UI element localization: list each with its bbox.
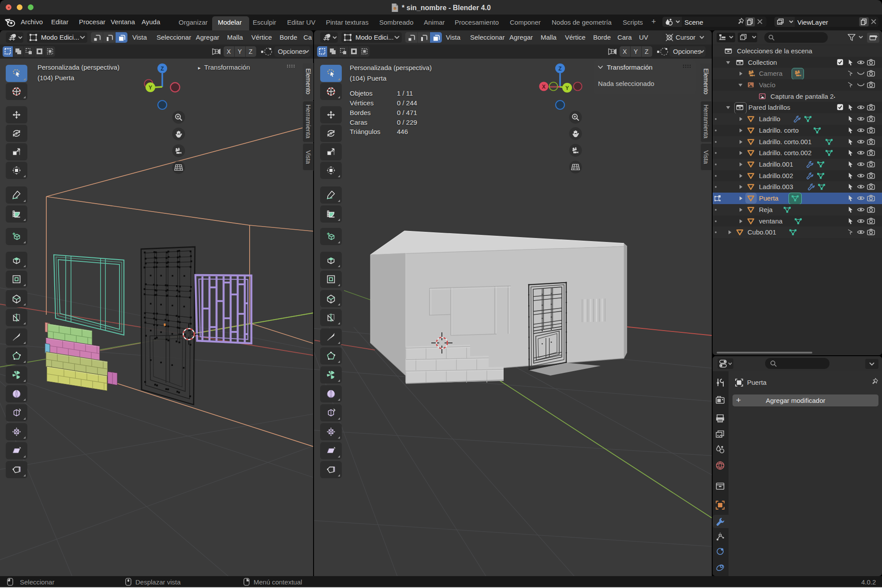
svg-text:X: X	[542, 84, 546, 90]
svg-text:Y: Y	[149, 85, 152, 91]
svg-text:Z: Z	[161, 66, 164, 72]
svg-text:Y: Y	[565, 85, 569, 91]
svg-text:Z: Z	[558, 66, 561, 72]
